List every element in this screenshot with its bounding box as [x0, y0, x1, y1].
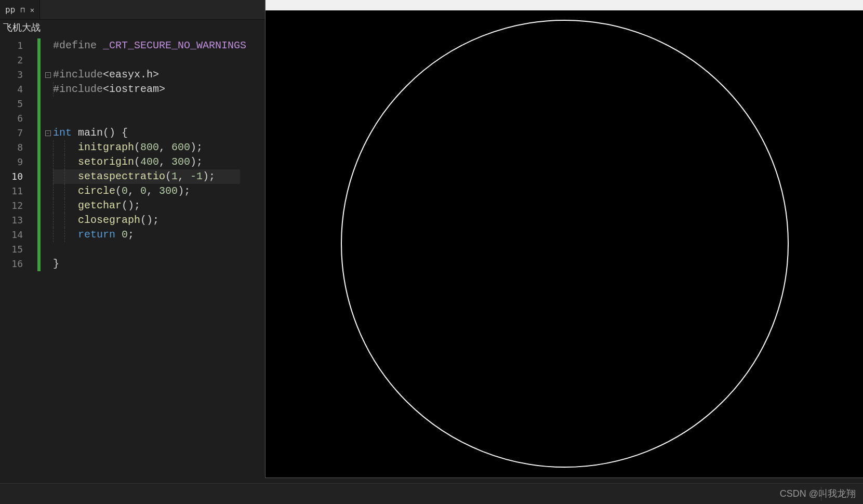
- output-titlebar[interactable]: [265, 0, 863, 10]
- fold-toggle-icon[interactable]: −: [45, 130, 51, 136]
- code-line[interactable]: }: [53, 257, 240, 271]
- code-line[interactable]: closegraph();: [53, 213, 240, 228]
- code-token: <easyx.h>: [103, 69, 159, 81]
- line-number: 13: [0, 213, 37, 228]
- code-line[interactable]: return 0;: [53, 228, 240, 242]
- code-token: {: [115, 127, 128, 139]
- code-token: setorigin: [78, 156, 134, 168]
- code-token: (): [103, 127, 115, 139]
- code-line[interactable]: int main() {: [53, 126, 240, 140]
- line-number: 11: [0, 184, 37, 198]
- line-number: 5: [0, 97, 37, 111]
- fold-cell: [43, 257, 53, 271]
- fold-toggle-icon[interactable]: −: [45, 72, 51, 78]
- code-line[interactable]: setorigin(400, 300);: [53, 155, 240, 169]
- code-token: }: [53, 258, 59, 270]
- code-token: getchar: [78, 200, 122, 211]
- line-number: 15: [0, 242, 37, 257]
- close-icon[interactable]: ✕: [30, 6, 34, 14]
- fold-cell: −: [43, 126, 53, 140]
- line-number: 8: [0, 140, 37, 155]
- code-token: ();: [140, 214, 159, 226]
- line-number: 14: [0, 228, 37, 242]
- line-number: 9: [0, 155, 37, 169]
- pin-icon[interactable]: ⊓: [20, 6, 24, 14]
- code-token: 600: [171, 141, 190, 153]
- code-token: (: [115, 185, 122, 197]
- code-token: );: [178, 185, 190, 197]
- code-token: int: [53, 127, 72, 139]
- code-line[interactable]: [53, 53, 240, 68]
- fold-cell: [43, 242, 53, 257]
- fold-cell: [43, 213, 53, 228]
- code-token: #include: [53, 69, 103, 81]
- line-number: 3: [0, 68, 37, 82]
- fold-cell: [43, 97, 53, 111]
- fold-cell: −: [43, 68, 53, 82]
- code-token: main: [72, 127, 103, 139]
- tab-title: pp: [5, 5, 15, 15]
- code-line[interactable]: [53, 111, 240, 126]
- code-token: 400: [140, 156, 159, 168]
- code-line[interactable]: circle(0, 0, 300);: [53, 184, 240, 198]
- code-token: circle: [78, 185, 115, 197]
- code-column[interactable]: #define _CRT_SECURE_NO_WARNINGS#include<…: [53, 35, 240, 504]
- code-token: return: [78, 229, 122, 241]
- fold-cell: [43, 53, 53, 68]
- code-token: #include: [53, 83, 103, 95]
- code-line[interactable]: setaspectratio(1, -1);: [53, 169, 240, 184]
- code-line[interactable]: #include<iostream>: [53, 82, 240, 97]
- code-token: (: [165, 170, 171, 182]
- line-number: 10: [0, 169, 37, 184]
- code-line[interactable]: getchar();: [53, 198, 240, 213]
- breadcrumb-text: 飞机大战: [3, 21, 41, 34]
- code-token: 800: [140, 141, 159, 153]
- fold-cell: [43, 228, 53, 242]
- code-token: ;: [128, 229, 134, 241]
- code-token: closegraph: [78, 214, 140, 226]
- code-token: 0: [122, 229, 128, 241]
- code-token: ,: [159, 141, 171, 153]
- code-token: ,: [178, 170, 190, 182]
- fold-cell: [43, 82, 53, 97]
- changed-lines-marker: [37, 38, 41, 271]
- code-token: <iostream>: [103, 83, 165, 95]
- fold-cell: [43, 111, 53, 126]
- line-number: 2: [0, 53, 37, 68]
- code-token: 300: [171, 156, 190, 168]
- change-marker-column: [37, 35, 43, 504]
- fold-cell: [43, 155, 53, 169]
- code-line[interactable]: [53, 97, 240, 111]
- fold-cell: [43, 198, 53, 213]
- code-token: );: [190, 156, 203, 168]
- code-token: 1: [171, 170, 178, 182]
- code-line[interactable]: #define _CRT_SECURE_NO_WARNINGS: [53, 38, 240, 53]
- program-output-window[interactable]: [265, 0, 863, 478]
- fold-cell: [43, 169, 53, 184]
- output-canvas: [267, 10, 862, 477]
- code-token: 0: [140, 185, 147, 197]
- code-token: initgraph: [78, 141, 134, 153]
- status-bar: CSDN @叫我龙翔: [0, 483, 863, 504]
- fold-cell: [43, 140, 53, 155]
- fold-cell: [43, 184, 53, 198]
- code-token: -1: [190, 170, 203, 182]
- code-line[interactable]: #include<easyx.h>: [53, 68, 240, 82]
- fold-cell: [43, 38, 53, 53]
- line-number: 1: [0, 38, 37, 53]
- code-token: _CRT_SECURE_NO_WARNINGS: [103, 39, 246, 51]
- line-number: 12: [0, 198, 37, 213]
- line-number: 7: [0, 126, 37, 140]
- code-line[interactable]: initgraph(800, 600);: [53, 140, 240, 155]
- fold-column: −−: [43, 35, 53, 504]
- file-tab[interactable]: pp ⊓ ✕: [0, 0, 40, 19]
- code-token: #define: [53, 39, 103, 51]
- code-token: (: [134, 156, 140, 168]
- code-line[interactable]: [53, 242, 240, 257]
- code-token: setaspectratio: [78, 170, 165, 182]
- line-number: 6: [0, 111, 37, 126]
- code-token: ,: [128, 185, 140, 197]
- watermark: CSDN @叫我龙翔: [780, 487, 856, 500]
- line-number-gutter: 12345678910111213141516: [0, 35, 37, 504]
- code-token: );: [190, 141, 203, 153]
